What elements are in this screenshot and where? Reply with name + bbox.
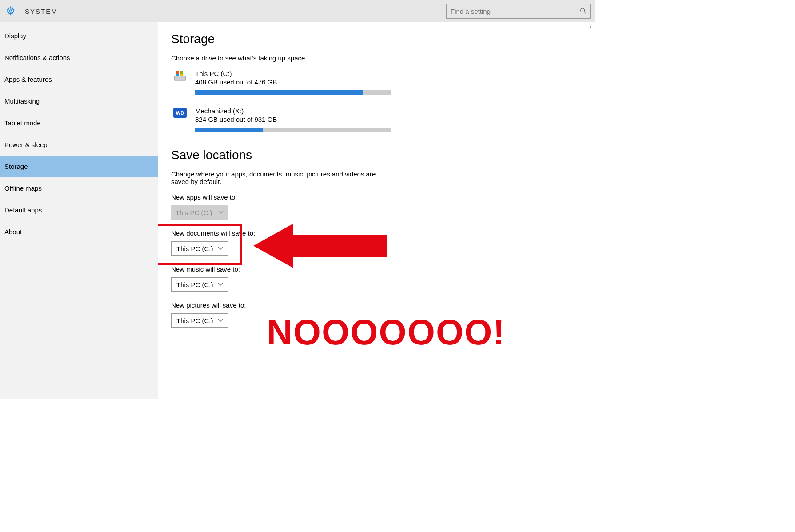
chevron-down-icon <box>218 209 224 216</box>
save-location-label: New music will save to: <box>171 265 582 273</box>
scrollbar-up-icon[interactable]: ▲ <box>587 23 594 30</box>
svg-point-0 <box>9 10 12 12</box>
storage-subtext: Choose a drive to see what's taking up s… <box>171 54 393 62</box>
svg-rect-5 <box>180 71 183 74</box>
save-location-setting: New apps will save to:This PC (C:) <box>171 193 582 220</box>
svg-rect-6 <box>176 74 179 76</box>
sidebar-item-about[interactable]: About <box>0 221 158 243</box>
sidebar-item-display[interactable]: Display <box>0 25 158 47</box>
save-locations-subtext: Change where your apps, documents, music… <box>171 170 393 185</box>
drive-usage: 324 GB used out of 931 GB <box>195 116 391 123</box>
save-location-dropdown: This PC (C:) <box>171 205 228 220</box>
sidebar-item-power-sleep[interactable]: Power & sleep <box>0 134 158 156</box>
drive-name: Mechanized (X:) <box>195 107 391 115</box>
save-location-setting: New documents will save to:This PC (C:) <box>171 229 582 256</box>
save-location-dropdown[interactable]: This PC (C:) <box>171 277 228 292</box>
dropdown-value: This PC (C:) <box>176 245 213 252</box>
chevron-down-icon <box>218 317 223 324</box>
save-location-dropdown[interactable]: This PC (C:) <box>171 241 228 256</box>
sidebar-item-default-apps[interactable]: Default apps <box>0 199 158 221</box>
dropdown-value: This PC (C:) <box>176 209 212 216</box>
dropdown-value: This PC (C:) <box>176 281 213 288</box>
svg-line-2 <box>584 12 586 13</box>
save-location-label: New pictures will save to: <box>171 301 582 309</box>
sidebar: DisplayNotifications & actionsApps & fea… <box>0 22 158 399</box>
sidebar-item-storage[interactable]: Storage <box>0 156 158 177</box>
svg-rect-7 <box>180 74 183 76</box>
svg-rect-4 <box>176 71 179 74</box>
save-location-label: New apps will save to: <box>171 193 582 201</box>
header-title: SYSTEM <box>25 8 58 15</box>
window-header: SYSTEM <box>0 0 595 22</box>
sidebar-item-apps-features[interactable]: Apps & features <box>0 68 158 90</box>
chevron-down-icon <box>218 281 223 288</box>
search-icon <box>580 8 586 15</box>
svg-text:WD: WD <box>176 110 184 116</box>
drive-name: This PC (C:) <box>195 70 391 77</box>
svg-rect-3 <box>174 76 186 80</box>
sidebar-item-notifications-actions[interactable]: Notifications & actions <box>0 47 158 68</box>
sidebar-item-offline-maps[interactable]: Offline maps <box>0 177 158 199</box>
search-box[interactable] <box>446 4 591 19</box>
drive-row[interactable]: WDMechanized (X:)324 GB used out of 931 … <box>171 107 582 132</box>
save-location-label: New documents will save to: <box>171 229 582 237</box>
wd-drive-icon: WD <box>171 107 189 119</box>
save-location-dropdown[interactable]: This PC (C:) <box>171 313 228 328</box>
dropdown-value: This PC (C:) <box>176 317 213 324</box>
search-input[interactable] <box>451 8 580 15</box>
sidebar-item-tablet-mode[interactable]: Tablet mode <box>0 112 158 134</box>
save-locations-heading: Save locations <box>171 148 582 162</box>
drive-usage-bar <box>195 90 391 95</box>
sidebar-item-multitasking[interactable]: Multitasking <box>0 90 158 112</box>
gear-icon[interactable] <box>5 6 16 16</box>
storage-heading: Storage <box>171 32 582 46</box>
drive-row[interactable]: This PC (C:)408 GB used out of 476 GB <box>171 70 582 95</box>
chevron-down-icon <box>218 245 223 252</box>
save-location-setting: New pictures will save to:This PC (C:) <box>171 301 582 328</box>
content-area: ▲ Storage Choose a drive to see what's t… <box>158 22 595 399</box>
drive-usage-bar <box>195 128 391 132</box>
save-location-setting: New music will save to:This PC (C:) <box>171 265 582 292</box>
svg-point-1 <box>581 8 585 12</box>
drive-usage: 408 GB used out of 476 GB <box>195 78 391 86</box>
windows-drive-icon <box>171 70 189 82</box>
